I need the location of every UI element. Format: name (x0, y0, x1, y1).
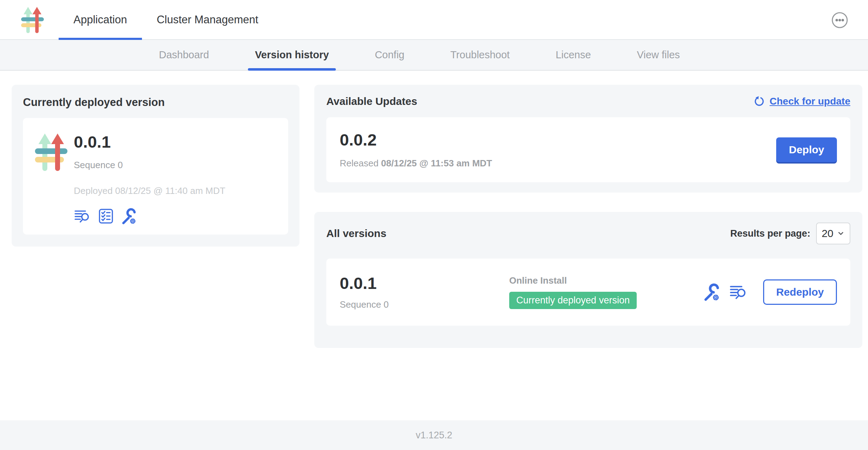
topnav-tab-label: Application (73, 13, 127, 26)
check-for-update-link[interactable]: Check for update (753, 95, 850, 107)
topnav-tab-application[interactable]: Application (59, 0, 142, 39)
deployed-version-number: 0.0.1 (74, 133, 225, 151)
edit-config-icon[interactable] (702, 283, 720, 301)
ellipsis-circle-icon (831, 12, 848, 29)
tab-view-files[interactable]: View files (630, 40, 687, 70)
view-logs-icon[interactable] (74, 208, 92, 224)
deployed-timestamp: Deployed 08/12/25 @ 11:40 am MDT (74, 185, 225, 196)
tab-troubleshoot[interactable]: Troubleshoot (443, 40, 517, 70)
all-versions-title: All versions (326, 227, 386, 239)
row-sequence: Sequence 0 (340, 299, 509, 310)
tab-config[interactable]: Config (368, 40, 411, 70)
app-logo (20, 5, 45, 34)
row-version-number: 0.0.1 (340, 274, 509, 292)
deployed-version-card: 0.0.1 Sequence 0 Deployed 08/12/25 @ 11:… (23, 118, 288, 235)
console-version: v1.125.2 (416, 430, 452, 441)
preflight-checks-icon[interactable] (98, 208, 114, 224)
results-per-page-label: Results per page: (730, 228, 810, 239)
check-for-update-label: Check for update (769, 96, 850, 107)
results-per-page-value: 20 (822, 227, 833, 239)
row-actions: Redeploy (702, 279, 837, 305)
tab-license[interactable]: License (548, 40, 598, 70)
version-row: 0.0.1 Sequence 0 Online Install Currentl… (326, 259, 850, 326)
install-type-label: Online Install (509, 275, 702, 286)
update-released-line: Released 08/12/25 @ 11:53 am MDT (340, 158, 492, 169)
active-tab-underline (248, 68, 336, 71)
tab-label: Dashboard (159, 49, 209, 61)
update-version-number: 0.0.2 (340, 131, 492, 149)
deployed-sequence: Sequence 0 (74, 160, 225, 171)
overflow-menu-button[interactable] (831, 12, 848, 29)
tab-version-history[interactable]: Version history (248, 40, 336, 70)
currently-deployed-title: Currently deployed version (23, 96, 288, 109)
redeploy-button[interactable]: Redeploy (763, 279, 837, 305)
admin-console-screen: Application Cluster Management Dashboard… (0, 0, 868, 450)
deployed-actions (74, 208, 225, 225)
refresh-icon (753, 95, 765, 107)
top-navbar: Application Cluster Management (0, 0, 868, 40)
topnav-tab-label: Cluster Management (157, 13, 258, 26)
topnav-tab-cluster-management[interactable]: Cluster Management (142, 0, 273, 39)
tab-label: License (555, 49, 591, 61)
currently-deployed-section: Currently deployed version 0.0.1 Sequenc… (12, 85, 299, 247)
app-logo-icon (20, 5, 45, 35)
available-updates-title: Available Updates (326, 95, 417, 107)
results-per-page-select[interactable]: 20 (816, 223, 850, 244)
app-subnav: Dashboard Version history Config Trouble… (0, 40, 868, 71)
released-prefix: Released (340, 158, 379, 168)
tab-label: Version history (255, 49, 329, 61)
released-timestamp: 08/12/25 @ 11:53 am MDT (381, 158, 492, 168)
all-versions-section: All versions Results per page: 20 0.0.1 … (314, 212, 862, 348)
edit-config-icon[interactable] (120, 208, 137, 225)
footer: v1.125.2 (0, 420, 868, 450)
currently-deployed-badge: Currently deployed version (509, 292, 637, 309)
tab-label: Troubleshoot (450, 49, 510, 61)
tab-label: View files (637, 49, 680, 61)
tab-label: Config (375, 49, 404, 61)
chevron-down-icon (837, 230, 845, 237)
available-updates-section: Available Updates Check for update 0.0.2… (314, 85, 862, 193)
deploy-button[interactable]: Deploy (776, 137, 837, 162)
tab-dashboard[interactable]: Dashboard (152, 40, 216, 70)
results-per-page: Results per page: 20 (730, 223, 850, 244)
view-logs-icon[interactable] (729, 283, 749, 301)
update-card: 0.0.2 Released 08/12/25 @ 11:53 am MDT D… (326, 117, 850, 182)
app-logo-icon (34, 128, 68, 176)
